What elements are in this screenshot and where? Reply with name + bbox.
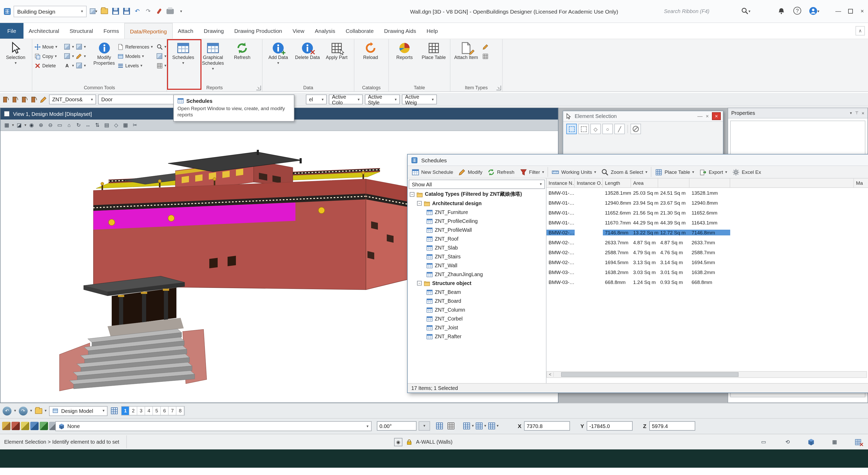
tree-item[interactable]: −Catalog Types (Filtered by ZNT藏娘佛塔) xyxy=(408,190,546,199)
table-row[interactable]: BMW-01-…11670.7mm44.29 Sq m44.39 Sq m116… xyxy=(547,218,868,228)
view-toggle-1[interactable]: 1 xyxy=(122,407,130,415)
table-row[interactable]: BMW-01-…11652.6mm21.56 Sq m21.30 Sq m116… xyxy=(547,208,868,218)
shape-selection-button[interactable]: ◇ xyxy=(590,124,601,134)
table-row[interactable]: BMW-02-…1694.5mm3.13 Sq m3.14 Sq m1694.5… xyxy=(547,257,868,267)
pin-icon[interactable]: ⊤ xyxy=(855,111,858,115)
bottom-tool-icon[interactable] xyxy=(21,422,29,430)
view-toggle-7[interactable]: 7 xyxy=(169,407,177,415)
references-button[interactable]: References▾ xyxy=(116,42,155,51)
tree-item[interactable]: ZNT_Slab xyxy=(408,243,546,252)
help-icon[interactable]: ? xyxy=(793,7,801,14)
tree-item[interactable]: ZNT_Board xyxy=(408,296,546,305)
window-area-icon[interactable]: ▭ xyxy=(56,121,64,129)
tree-item[interactable]: ZNT_ZhaunJingLang xyxy=(408,270,546,279)
next-view-button[interactable]: ↷ xyxy=(19,406,28,415)
restore-button[interactable] xyxy=(845,6,855,15)
display-style-icon[interactable]: ◪ xyxy=(15,121,24,129)
apply-part-button[interactable]: Apply Part xyxy=(322,40,351,83)
notifications-bell-icon[interactable] xyxy=(778,7,785,14)
zoom-out-icon[interactable]: ⊖ xyxy=(46,121,55,129)
schedules-button[interactable]: Schedules ▾ xyxy=(168,40,198,83)
catalog-type-dropdown[interactable]: Door▾ xyxy=(98,94,183,104)
table-row[interactable]: BMW-03-…1638.2mm3.03 Sq m3.01 Sq m1638.2… xyxy=(547,267,868,277)
dialog-launcher-icon[interactable]: ↘ xyxy=(496,86,501,90)
table-row-selected[interactable]: BMW-02-…7146.8mm13.22 Sq m12.72 Sq m7146… xyxy=(547,228,868,238)
cached-visible-edges-icon[interactable] xyxy=(807,438,815,445)
collapse-icon[interactable]: − xyxy=(417,281,422,286)
active-color-dropdown[interactable]: Active Colo▾ xyxy=(329,94,363,104)
door-tool-icon[interactable] xyxy=(21,96,28,103)
tree-item[interactable]: ZNT_ProfileCeiling xyxy=(408,217,546,225)
active-model-dropdown[interactable]: Design Model ▾ xyxy=(49,406,108,416)
column-header[interactable]: Ma xyxy=(854,179,868,187)
account-avatar-icon[interactable]: ▾ xyxy=(809,7,819,15)
tab-drawing[interactable]: Drawing xyxy=(198,23,229,39)
dialog-launcher-icon[interactable]: ↘ xyxy=(256,86,261,90)
active-level-dropdown[interactable]: el▾ xyxy=(306,94,327,104)
tree-item[interactable]: ZNT_Joist xyxy=(408,323,546,332)
save-settings-icon[interactable] xyxy=(122,7,130,15)
view-previous-icon[interactable]: ▤ xyxy=(102,121,111,129)
common-tool-button[interactable] xyxy=(64,53,70,60)
common-tool-button[interactable]: A xyxy=(64,62,70,69)
undo-icon[interactable]: ↶ xyxy=(133,7,142,15)
selection-tool-button[interactable]: Selection ▾ xyxy=(1,40,30,83)
delete-button[interactable]: Delete xyxy=(33,61,63,70)
close-icon[interactable]: × xyxy=(862,110,864,116)
show-filter-dropdown[interactable]: Show All ▾ xyxy=(409,180,545,189)
dataset-dropdown[interactable]: ZNT_Doors&▾ xyxy=(49,94,96,104)
common-tool-button[interactable] xyxy=(76,43,83,50)
x-coordinate-input[interactable] xyxy=(524,421,570,431)
excel-export-button[interactable]: Excel Ex xyxy=(730,167,764,177)
view-windows-icon[interactable] xyxy=(111,407,119,415)
tree-item[interactable]: ZNT_Corbel xyxy=(408,314,546,323)
tree-item[interactable]: ZNT_Rafter xyxy=(408,332,546,341)
search-icon[interactable]: ▾ xyxy=(741,7,750,14)
tree-item[interactable]: ZNT_Furniture xyxy=(408,208,546,217)
common-tool-button[interactable] xyxy=(64,43,70,50)
table-row[interactable]: BMW-01-…12940.8mm23.94 Sq m23.67 Sq m129… xyxy=(547,198,868,208)
properties-header[interactable]: Properties ▾ ⊤ × xyxy=(728,108,867,119)
individual-selection-button[interactable] xyxy=(566,124,577,134)
tab-drawing-aids[interactable]: Drawing Aids xyxy=(379,23,422,39)
collapse-icon[interactable]: − xyxy=(417,201,422,205)
workspace-dropdown[interactable]: Building Design ▾ xyxy=(13,5,87,17)
level-lock-icon[interactable] xyxy=(406,439,412,445)
tree-item[interactable]: ZNT_Roof xyxy=(408,234,546,243)
print-icon[interactable] xyxy=(166,7,174,15)
tab-file[interactable]: File xyxy=(0,23,24,39)
chevron-down-icon[interactable]: ▾ xyxy=(30,409,32,413)
close-icon[interactable]: × xyxy=(706,113,709,119)
ribbon-search-input[interactable]: Search Ribbon (F4) xyxy=(664,8,721,14)
close-button[interactable]: × xyxy=(858,6,867,15)
redo-icon[interactable]: ↷ xyxy=(144,7,152,15)
tab-architectural[interactable]: Architectural xyxy=(24,23,64,39)
levels-button[interactable]: Levels▾ xyxy=(116,61,155,70)
reload-button[interactable]: Reload xyxy=(355,40,386,83)
schedules-title-bar[interactable]: Schedules xyxy=(408,155,868,166)
associate-tool-icon[interactable] xyxy=(447,422,455,430)
chevron-down-icon[interactable]: ▾ xyxy=(14,409,16,413)
view-attributes-icon[interactable]: ▦ xyxy=(3,121,11,129)
rotate-view-icon[interactable]: ↻ xyxy=(74,121,83,129)
door-tool-icon[interactable] xyxy=(2,96,9,103)
active-weight-dropdown[interactable]: Active Weig▾ xyxy=(402,94,437,104)
delete-data-button[interactable]: Delete Data xyxy=(293,40,322,83)
column-header[interactable]: Length xyxy=(603,179,631,187)
refresh-button[interactable]: Refresh xyxy=(485,167,517,177)
view-group-icon[interactable] xyxy=(35,408,42,414)
column-header[interactable]: Area xyxy=(631,179,658,187)
previous-view-button[interactable]: ↶ xyxy=(3,406,11,415)
common-tool-button[interactable] xyxy=(76,53,83,60)
tree-item[interactable]: −Architectural design xyxy=(408,199,546,208)
table-row[interactable]: BMW-02-…2633.7mm4.87 Sq m4.87 Sq m2633.7… xyxy=(547,238,868,247)
column-header[interactable] xyxy=(730,179,854,187)
tab-forms[interactable]: Forms xyxy=(98,23,124,39)
fit-view-icon[interactable]: ⌂ xyxy=(65,121,73,129)
problems-indicator-icon[interactable] xyxy=(855,438,863,446)
zoom-in-icon[interactable]: ⊕ xyxy=(37,121,45,129)
design-history-icon[interactable]: ⟲ xyxy=(783,438,792,446)
close-button-highlighted[interactable]: × xyxy=(712,112,721,120)
pattern-tool-icon[interactable] xyxy=(435,422,444,430)
active-cell-dropdown[interactable]: None ▾ xyxy=(55,421,372,431)
